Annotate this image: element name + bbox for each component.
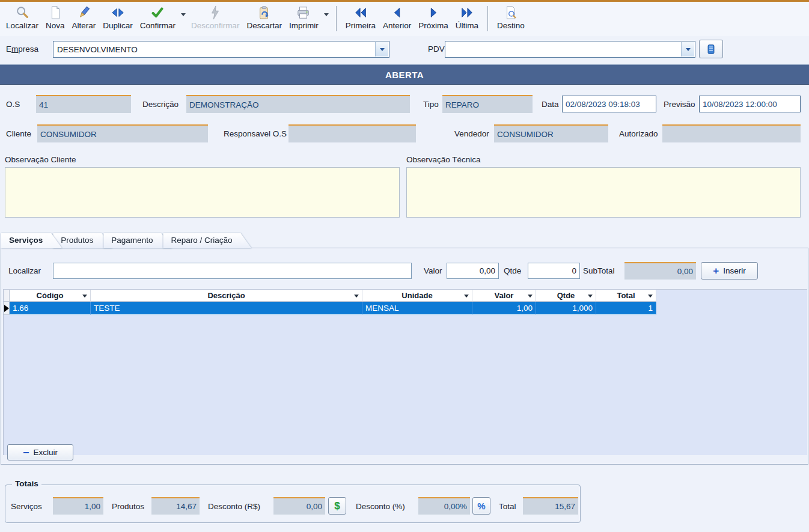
tipo-label: Tipo (423, 100, 439, 109)
obs-tecnica-textarea[interactable] (406, 167, 801, 218)
chevron-down-icon (354, 295, 359, 298)
check-icon (150, 5, 165, 20)
cell-total[interactable]: 1 (596, 302, 656, 315)
col-header-valor[interactable]: Valor (472, 290, 536, 302)
nova-label: Nova (46, 21, 65, 30)
cell-qtde[interactable]: 1,000 (536, 302, 596, 315)
chevron-down-icon (181, 13, 186, 16)
ultima-button[interactable]: Última (452, 4, 482, 31)
destino-label: Destino (497, 21, 525, 30)
subtotal-field: 0,00 (624, 262, 696, 280)
cliente-label: Cliente (6, 129, 31, 138)
totais-total-field: 15,67 (523, 497, 578, 515)
col-header-qtde[interactable]: Qtde (536, 290, 596, 302)
valor-input[interactable] (447, 263, 499, 279)
cell-codigo[interactable]: 1.66 (10, 302, 91, 315)
cell-valor[interactable]: 1,00 (472, 302, 536, 315)
next-record-icon (426, 5, 441, 20)
confirmar-dropdown-button[interactable] (179, 4, 188, 16)
totais-servicos-field: 1,00 (53, 497, 103, 515)
col-header-codigo[interactable]: Código (10, 290, 91, 302)
vendedor-label: Vendedor (454, 129, 489, 138)
cliente-field: CONSUMIDOR (37, 124, 208, 142)
chevron-down-icon (588, 295, 593, 298)
vendedor-field: CONSUMIDOR (494, 124, 608, 142)
inserir-button[interactable]: + Inserir (701, 262, 758, 280)
desconto-pct-label: Desconto (%) (356, 502, 405, 511)
chevron-down-icon (528, 295, 533, 298)
minus-icon: − (23, 447, 29, 458)
tab-pagamento[interactable]: Pagamento (103, 233, 172, 248)
os-label: O.S (6, 100, 20, 109)
chevron-down-icon (686, 48, 691, 51)
item-localizar-input[interactable] (53, 263, 412, 279)
tab-servicos[interactable]: Serviços (1, 233, 62, 248)
confirmar-button[interactable]: Confirmar (136, 4, 179, 31)
document-search-icon (503, 5, 519, 20)
descartar-button[interactable]: Descartar (243, 4, 285, 31)
imprimir-label: Imprimir (289, 21, 319, 30)
excluir-button[interactable]: − Excluir (7, 444, 73, 460)
totais-servicos-label: Serviços (11, 502, 42, 511)
detail-tabs: Serviços Produtos Pagamento Reparo / Cri… (1, 233, 242, 248)
excluir-label: Excluir (34, 448, 58, 457)
printer-icon (296, 5, 311, 20)
subtotal-label: SubTotal (583, 266, 615, 275)
destino-button[interactable]: Destino (493, 4, 528, 31)
chevron-down-icon (82, 295, 87, 298)
totais-total-label: Total (499, 502, 516, 511)
previsao-label: Previsão (664, 100, 695, 109)
cell-unidade[interactable]: MENSAL (362, 302, 472, 315)
duplicar-button[interactable]: Duplicar (99, 4, 136, 31)
imprimir-dropdown-button[interactable] (322, 4, 331, 16)
magnifier-icon (14, 5, 30, 20)
tab-reparo-criacao[interactable]: Reparo / Criação (163, 233, 251, 248)
scroll-icon (705, 43, 717, 55)
totais-title: Totais (12, 479, 41, 488)
main-toolbar: Localizar Nova Alterar Duplicar Confirma… (0, 2, 809, 36)
descricao-field: DEMONSTRAÇÃO (186, 95, 410, 113)
chevron-down-icon (464, 295, 469, 298)
localizar-button[interactable]: Localizar (2, 4, 42, 31)
previsao-input[interactable] (699, 96, 801, 112)
obs-tecnica-label: Observação Técnica (406, 155, 481, 164)
swap-arrows-icon (110, 5, 126, 20)
col-header-total[interactable]: Total (596, 290, 656, 302)
data-input[interactable] (562, 96, 656, 112)
os-field: 41 (36, 95, 131, 113)
cell-descricao[interactable]: TESTE (91, 302, 362, 315)
col-header-descricao[interactable]: Descrição (91, 290, 362, 302)
data-label: Data (542, 100, 559, 109)
pdv-dropdown-button[interactable] (681, 42, 694, 57)
empresa-dropdown-button[interactable] (375, 42, 388, 57)
desconto-pct-button[interactable]: % (472, 497, 490, 515)
descricao-label: Descrição (142, 100, 179, 109)
obs-cliente-textarea[interactable] (5, 167, 400, 218)
empresa-combobox[interactable]: DESENVOLVIMENTO (53, 41, 389, 58)
table-row[interactable]: 1.66 TESTE MENSAL 1,00 1,000 1 (4, 302, 656, 315)
desconto-rs-button[interactable]: $ (328, 497, 346, 515)
qtde-label: Qtde (504, 266, 521, 275)
ultima-label: Última (456, 21, 478, 30)
last-record-icon (459, 5, 475, 20)
desconto-rs-field: 0,00 (273, 497, 325, 515)
responsavel-field (288, 124, 416, 142)
pdv-combobox[interactable] (445, 41, 695, 58)
item-localizar-label: Localizar (8, 266, 41, 275)
pdv-list-button[interactable] (699, 40, 723, 58)
totais-produtos-field: 14,67 (151, 497, 200, 515)
proxima-button[interactable]: Próxima (415, 4, 452, 31)
primeira-button[interactable]: Primeira (342, 4, 379, 31)
inserir-label: Inserir (723, 266, 746, 275)
autorizado-label: Autorizado (619, 129, 658, 138)
nova-button[interactable]: Nova (42, 4, 69, 31)
alterar-label: Alterar (72, 21, 96, 30)
alterar-button[interactable]: Alterar (69, 4, 100, 31)
imprimir-button[interactable]: Imprimir (285, 4, 322, 31)
duplicar-label: Duplicar (103, 21, 133, 30)
col-header-unidade[interactable]: Unidade (362, 290, 472, 302)
qtde-input[interactable] (528, 263, 580, 279)
grid-header: Código Descrição Unidade Valor Qtde Tota… (4, 290, 656, 302)
anterior-button[interactable]: Anterior (379, 4, 415, 31)
discard-clipboard-icon (257, 5, 272, 20)
